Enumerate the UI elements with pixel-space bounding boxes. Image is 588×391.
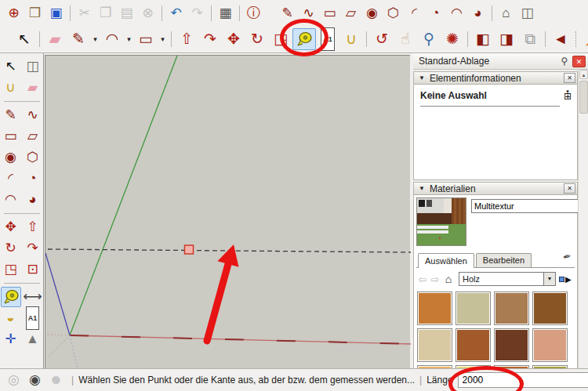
freehand-tool-button[interactable]: ∿ xyxy=(298,3,319,24)
undo-button[interactable]: ↶ xyxy=(165,3,187,24)
geolocation-icon[interactable]: ◎ xyxy=(3,370,24,390)
select-tool-button[interactable]: ↖ xyxy=(13,28,36,50)
component-box-button[interactable]: ◫ xyxy=(517,3,538,24)
credits-icon[interactable]: ◉ xyxy=(24,370,45,390)
follow-me-tool-button[interactable]: ↷ xyxy=(198,28,222,50)
material-swatch[interactable] xyxy=(532,328,568,362)
add-location-button[interactable]: ◢ xyxy=(579,28,588,50)
arc-tool-button[interactable]: ◠ xyxy=(100,28,124,50)
make-component-button[interactable]: ◫ xyxy=(23,56,43,77)
rectangle-tool-button[interactable]: ▭ xyxy=(134,28,158,50)
scrollbar-thumb[interactable] xyxy=(579,81,588,114)
materials-close-button[interactable]: ✕ xyxy=(564,183,575,194)
rectangle-tool-button[interactable]: ▭ xyxy=(1,126,21,147)
tray-close-button[interactable]: ✕ xyxy=(572,56,586,67)
eraser-tool-button[interactable]: ▰ xyxy=(43,28,67,50)
material-swatch[interactable] xyxy=(456,328,491,362)
line-tool-button[interactable]: ✎ xyxy=(67,28,90,50)
copy-button[interactable]: ❐ xyxy=(95,3,116,24)
rectangle-tool-button[interactable]: ▭ xyxy=(319,3,340,24)
orbit-tool-button[interactable]: ↺ xyxy=(370,28,394,50)
sign-in-icon[interactable]: ☻ xyxy=(45,370,67,390)
pan-tool-button[interactable]: ☝ xyxy=(394,28,417,50)
pie-tool-button[interactable]: ◔ xyxy=(23,168,43,189)
home-icon[interactable]: ⌂ xyxy=(441,273,456,285)
polygon-tool-button[interactable]: ⬡ xyxy=(383,3,404,24)
material-swatch[interactable] xyxy=(494,328,529,362)
push-pull-tool-button[interactable]: ⇧ xyxy=(23,217,43,237)
zoom-extents-tool-button[interactable]: ✺ xyxy=(441,28,464,50)
entity-info-close-button[interactable]: ✕ xyxy=(564,73,575,83)
measurement-input[interactable] xyxy=(458,372,588,388)
redo-button[interactable]: ↷ xyxy=(187,3,208,24)
dimension-tool-button[interactable]: ⟷ xyxy=(23,287,43,307)
toggle-details-button[interactable]: ▾ ⊞ xyxy=(562,89,573,100)
offset-tool-button[interactable]: ⊡ xyxy=(23,259,43,280)
move-tool-button[interactable]: ✥ xyxy=(222,28,245,50)
rotated-rectangle-tool-button[interactable]: ▱ xyxy=(23,126,43,147)
rotated-rectangle-tool-button[interactable]: ▱ xyxy=(340,3,361,24)
tab-bearbeiten[interactable]: Bearbeiten xyxy=(476,253,532,267)
three-point-arc-tool-button[interactable]: ◕ xyxy=(23,190,43,210)
print-button[interactable]: ▦ xyxy=(215,3,236,24)
toolbar-overflow-button[interactable]: ◄ xyxy=(549,28,572,50)
two-point-arc-tool-button[interactable]: ◠ xyxy=(446,3,467,24)
freehand-tool-button[interactable]: ∿ xyxy=(23,105,43,125)
chevron-down-icon[interactable]: ▾ xyxy=(90,35,100,43)
paint-bucket-tool-button[interactable]: ∪ xyxy=(339,28,363,50)
entity-info-header[interactable]: ▼ Elementinformationen ✕ xyxy=(413,71,578,85)
scroll-up-icon[interactable]: ▴ xyxy=(579,70,588,79)
scale-tool-button[interactable]: ◳ xyxy=(1,259,21,280)
polygon-tool-button[interactable]: ⬡ xyxy=(23,147,43,168)
material-swatch[interactable] xyxy=(417,291,452,325)
materials-header[interactable]: ▼ Materialien ✕ xyxy=(413,182,578,195)
circle-tool-button[interactable]: ◉ xyxy=(361,3,383,24)
paste-button[interactable]: ▤ xyxy=(116,3,137,24)
delete-button[interactable]: ⊗ xyxy=(137,3,158,24)
pie-tool-button[interactable]: ◔ xyxy=(425,3,446,24)
material-swatch[interactable] xyxy=(494,291,529,325)
tray-scrollbar[interactable]: ▴ ▾ xyxy=(578,70,588,391)
follow-me-tool-button[interactable]: ↷ xyxy=(23,238,43,259)
push-pull-tool-button[interactable]: ⇧ xyxy=(175,28,198,50)
text-tool-button[interactable]: A1 xyxy=(23,308,43,328)
circle-tool-button[interactable]: ◉ xyxy=(1,147,21,168)
forward-icon[interactable]: ⇨ xyxy=(429,273,441,285)
save-model-button[interactable]: ▣ xyxy=(45,3,67,24)
chevron-down-icon[interactable]: ▾ xyxy=(158,35,168,43)
previous-view-button[interactable]: ◧ xyxy=(471,28,495,50)
material-name-field[interactable] xyxy=(471,199,588,213)
tab-auswaehlen[interactable]: Auswählen xyxy=(418,253,474,268)
component-house-button[interactable]: ⌂ xyxy=(495,3,517,24)
scale-tool-button[interactable]: ◳ xyxy=(269,28,292,50)
material-swatch[interactable] xyxy=(417,328,452,362)
zoom-tool-button[interactable]: ⚲ xyxy=(417,28,441,50)
axes-tool-button[interactable]: ✛ xyxy=(1,329,21,349)
arc-tool-button[interactable]: ◜ xyxy=(404,3,425,24)
back-icon[interactable]: ⇦ xyxy=(416,273,429,285)
tape-measure-tool-button[interactable] xyxy=(292,28,316,50)
open-model-button[interactable]: ❒ xyxy=(24,3,45,24)
protractor-tool-button[interactable]: ◒ xyxy=(1,308,21,328)
line-tool-button[interactable]: ✎ xyxy=(1,105,21,125)
arc-tool-button[interactable]: ◜ xyxy=(1,168,21,189)
material-swatch[interactable] xyxy=(456,291,491,325)
model-info-button[interactable]: ⓘ xyxy=(243,3,264,24)
rotate-tool-button[interactable]: ↻ xyxy=(245,28,269,50)
text-tool-button[interactable]: A1 xyxy=(316,28,339,50)
move-tool-button[interactable]: ✥ xyxy=(1,217,21,237)
eraser-tool-button[interactable]: ▰ xyxy=(23,78,43,98)
cut-button[interactable]: ✂ xyxy=(74,3,95,24)
drawing-viewport[interactable] xyxy=(45,55,410,368)
three-point-arc-tool-button[interactable]: ◕ xyxy=(467,3,488,24)
tape-measure-tool-button[interactable] xyxy=(1,287,21,307)
secondary-pane-toggle[interactable]: ▶ xyxy=(559,275,575,284)
next-view-button[interactable]: ◨ xyxy=(495,28,518,50)
select-tool-button[interactable]: ↖ xyxy=(1,56,21,77)
chevron-down-icon[interactable]: ▾ xyxy=(124,35,134,43)
pin-icon[interactable]: ⚲ xyxy=(559,56,570,67)
new-model-button[interactable]: ⊕ xyxy=(3,3,24,24)
collection-dropdown[interactable]: Holz ▾ xyxy=(459,272,556,286)
threed-text-tool-button[interactable]: ▲ xyxy=(23,329,43,349)
export-image-button[interactable]: ⧉ xyxy=(518,28,542,50)
